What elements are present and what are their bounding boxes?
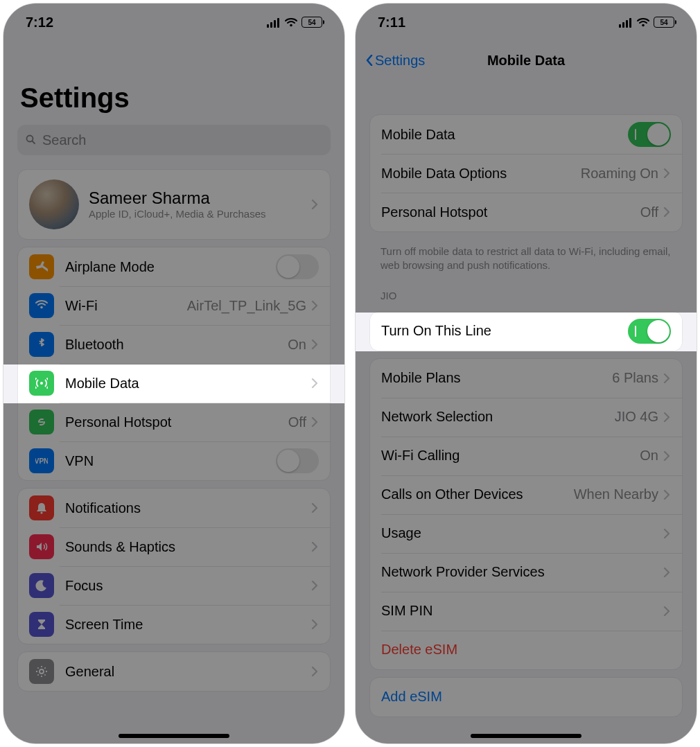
row-personal-hotspot[interactable]: Personal HotspotOff — [18, 403, 330, 441]
row-value: Off — [288, 414, 306, 430]
row-label: Bluetooth — [65, 337, 288, 353]
chevron-right-icon — [663, 207, 671, 217]
row-label: Mobile Data Options — [381, 166, 581, 182]
row-label: Network Selection — [381, 409, 615, 425]
toggle[interactable] — [628, 319, 671, 344]
row-delete-esim[interactable]: Delete eSIM — [370, 631, 682, 669]
battery-icon: 54 — [654, 17, 674, 28]
chevron-right-icon — [663, 451, 671, 461]
row-value: Roaming On — [581, 166, 658, 182]
line-toggle-group: Turn On This Line — [369, 311, 683, 351]
status-bar: 7:12 54 — [3, 3, 344, 41]
row-label: VPN — [65, 453, 276, 469]
home-indicator — [119, 734, 229, 738]
profile-card[interactable]: Sameer Sharma Apple ID, iCloud+, Media &… — [17, 169, 331, 240]
row-general[interactable]: General — [18, 652, 330, 691]
nav-title: Mobile Data — [487, 53, 565, 69]
cellular-icon — [619, 17, 633, 28]
chevron-right-icon — [310, 542, 319, 552]
row-wi-fi[interactable]: Wi-FiAirTel_TP_Link_5G — [18, 286, 330, 325]
chevron-right-icon — [310, 619, 319, 629]
row-value: 6 Plans — [612, 370, 658, 386]
row-value: On — [288, 337, 306, 353]
row-label: Notifications — [65, 500, 310, 516]
row-turn-on-this-line: Turn On This Line — [370, 312, 682, 351]
status-time: 7:11 — [378, 15, 405, 30]
row-value: AirTel_TP_Link_5G — [187, 298, 306, 314]
bluetooth-icon — [29, 332, 54, 357]
mobile-data-screen: 7:11 54 Settings Mobile Data Mobile Data… — [355, 3, 697, 744]
row-label: Focus — [65, 578, 310, 594]
gear-icon — [29, 659, 54, 684]
row-calls-on-other-devices[interactable]: Calls on Other DevicesWhen Nearby — [370, 475, 682, 514]
row-label: Airplane Mode — [65, 259, 276, 275]
row-label: Mobile Data — [65, 376, 310, 392]
wifi-icon — [637, 17, 649, 27]
chevron-right-icon — [310, 667, 319, 676]
row-screen-time[interactable]: Screen Time — [18, 605, 330, 644]
toggle[interactable] — [276, 448, 319, 473]
row-label: Mobile Data — [381, 127, 628, 143]
row-usage[interactable]: Usage — [370, 514, 682, 553]
toggle[interactable] — [276, 254, 319, 279]
row-label: Turn On This Line — [381, 323, 628, 339]
settings-screen: 7:12 54 Settings Search Sameer Sharma Ap… — [3, 3, 345, 744]
row-mobile-data: Mobile Data — [370, 115, 682, 154]
row-wi-fi-calling[interactable]: Wi-Fi CallingOn — [370, 437, 682, 475]
notifications-group: NotificationsSounds & HapticsFocusScreen… — [17, 488, 331, 644]
row-label: Wi-Fi — [65, 298, 187, 314]
chevron-right-icon — [310, 301, 319, 310]
chevron-right-icon — [310, 340, 319, 349]
chevron-right-icon — [310, 200, 319, 209]
row-mobile-data[interactable]: Mobile Data — [18, 364, 330, 403]
row-bluetooth[interactable]: BluetoothOn — [18, 325, 330, 364]
row-label: Screen Time — [65, 617, 310, 633]
row-label: Personal Hotspot — [65, 414, 288, 430]
toggle[interactable] — [628, 122, 671, 147]
profile-sub: Apple ID, iCloud+, Media & Purchases — [89, 208, 301, 221]
bell-icon — [29, 495, 54, 520]
wifi-icon — [29, 293, 54, 318]
speaker-icon — [29, 534, 54, 559]
chevron-right-icon — [310, 378, 319, 388]
profile-name: Sameer Sharma — [89, 188, 301, 208]
row-sim-pin[interactable]: SIM PIN — [370, 592, 682, 631]
row-personal-hotspot[interactable]: Personal HotspotOff — [370, 193, 682, 231]
row-add-esim[interactable]: Add eSIM — [370, 678, 682, 717]
row-focus[interactable]: Focus — [18, 566, 330, 605]
row-mobile-plans[interactable]: Mobile Plans6 Plans — [370, 359, 682, 398]
row-network-provider-services[interactable]: Network Provider Services — [370, 553, 682, 592]
row-label: Personal Hotspot — [381, 204, 640, 220]
battery-icon: 54 — [301, 17, 322, 28]
chevron-right-icon — [663, 606, 671, 616]
chevron-right-icon — [663, 490, 671, 500]
line-settings-group: Mobile Plans6 PlansNetwork SelectionJIO … — [369, 358, 683, 670]
row-label: Usage — [381, 525, 663, 541]
add-esim-group: Add eSIM — [369, 677, 683, 717]
row-label: General — [65, 664, 310, 680]
row-label: Sounds & Haptics — [65, 539, 310, 555]
chevron-right-icon — [663, 412, 671, 422]
connectivity-group: Airplane ModeWi-FiAirTel_TP_Link_5GBluet… — [17, 247, 331, 481]
row-mobile-data-options[interactable]: Mobile Data OptionsRoaming On — [370, 154, 682, 193]
row-airplane-mode: Airplane Mode — [18, 247, 330, 286]
row-sounds-haptics[interactable]: Sounds & Haptics — [18, 527, 330, 566]
row-value: Off — [640, 204, 658, 220]
row-notifications[interactable]: Notifications — [18, 489, 330, 527]
row-label: Mobile Plans — [381, 370, 612, 386]
search-input[interactable]: Search — [17, 125, 331, 155]
row-label: Delete eSIM — [381, 642, 671, 658]
row-label: Wi-Fi Calling — [381, 448, 640, 464]
row-network-selection[interactable]: Network SelectionJIO 4G — [370, 398, 682, 437]
chevron-right-icon — [663, 168, 671, 178]
row-label: Calls on Other Devices — [381, 486, 574, 502]
wifi-icon — [285, 17, 297, 27]
back-button[interactable]: Settings — [365, 53, 425, 69]
chevron-right-icon — [310, 503, 319, 513]
chevron-right-icon — [310, 581, 319, 590]
chevron-right-icon — [663, 529, 671, 538]
search-icon — [26, 134, 37, 146]
cellular-icon — [267, 17, 281, 28]
row-value: When Nearby — [574, 486, 658, 502]
vpn-icon — [29, 448, 54, 473]
